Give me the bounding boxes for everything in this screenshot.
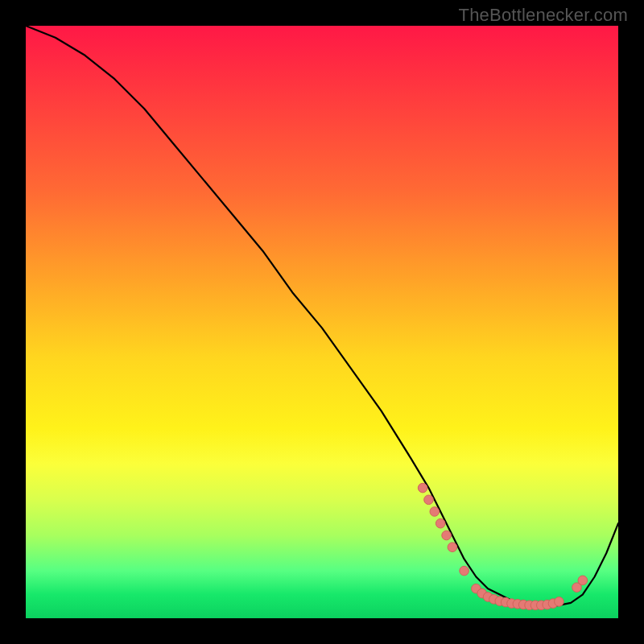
highlight-dot bbox=[424, 495, 434, 505]
plot-area bbox=[26, 26, 618, 618]
brand-watermark: TheBottlenecker.com bbox=[459, 5, 628, 26]
chart-frame: TheBottlenecker.com bbox=[0, 0, 644, 644]
highlight-dot bbox=[418, 483, 427, 493]
highlight-dot bbox=[436, 518, 445, 528]
highlight-dot bbox=[448, 543, 457, 552]
highlight-dot bbox=[442, 530, 452, 540]
curve-layer bbox=[26, 26, 618, 618]
highlight-dot bbox=[460, 566, 469, 576]
highlight-dots bbox=[418, 483, 587, 609]
highlight-dot bbox=[555, 597, 564, 607]
highlight-dot bbox=[578, 576, 588, 585]
bottleneck-curve bbox=[26, 26, 618, 606]
highlight-dot bbox=[430, 507, 440, 517]
